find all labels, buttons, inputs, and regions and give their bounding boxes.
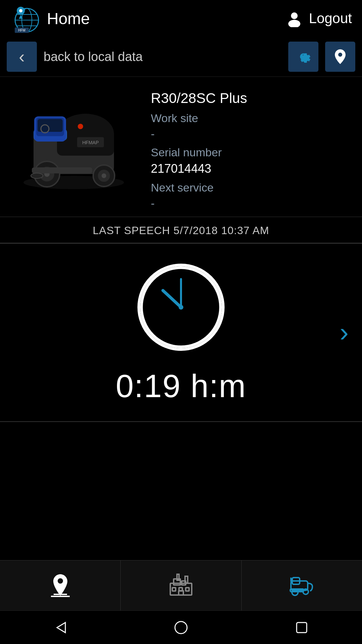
location-tab-icon xyxy=(47,572,74,600)
gear-icon xyxy=(295,48,312,65)
clock-svg xyxy=(140,266,222,348)
factory-tab-icon xyxy=(168,572,194,600)
clock-face xyxy=(137,264,225,351)
header-title: Home xyxy=(47,9,90,28)
svg-rect-47 xyxy=(179,591,183,595)
machine-tab-icon xyxy=(288,572,315,600)
work-site-label: Work site xyxy=(151,112,352,125)
next-chevron-icon: › xyxy=(340,317,349,347)
work-site-value: - xyxy=(151,127,352,141)
svg-point-55 xyxy=(175,622,187,634)
app-header: HFM Home Logout xyxy=(0,0,362,37)
clock-section: 0:19 h:m › xyxy=(0,244,362,422)
tab-location[interactable] xyxy=(0,560,121,610)
user-icon xyxy=(286,10,303,27)
serial-number-value: 217014443 xyxy=(151,162,352,176)
back-button[interactable]: ‹ xyxy=(7,42,37,72)
last-speech-bar: LAST SPEECH 5/7/2018 10:37 AM xyxy=(0,217,362,244)
android-back-button[interactable] xyxy=(49,616,72,639)
navigation-bar: ‹ back to local data xyxy=(0,37,362,77)
svg-text:HFM: HFM xyxy=(18,29,25,32)
last-speech-text: LAST SPEECH 5/7/2018 10:37 AM xyxy=(93,224,269,236)
back-label: back to local data xyxy=(44,50,282,64)
machine-section: HFMAP R30/28SC Plus Work site - Serial n… xyxy=(0,77,362,217)
clock-time-display: 0:19 h:m xyxy=(116,368,246,405)
back-arrow-icon: ‹ xyxy=(19,48,24,65)
next-service-value: - xyxy=(151,197,352,210)
settings-button[interactable] xyxy=(288,42,318,72)
machine-info: R30/28SC Plus Work site - Serial number … xyxy=(151,87,352,210)
header-right: Logout xyxy=(286,10,352,27)
android-nav-bar xyxy=(0,610,362,644)
location-button[interactable] xyxy=(325,42,355,72)
machine-image: HFMAP xyxy=(10,87,137,194)
svg-marker-54 xyxy=(57,623,65,633)
logo[interactable]: HFM xyxy=(10,3,40,34)
svg-point-10 xyxy=(291,12,298,19)
svg-rect-46 xyxy=(186,588,189,591)
svg-rect-56 xyxy=(297,623,307,633)
android-back-icon xyxy=(52,619,69,636)
svg-point-31 xyxy=(78,124,83,129)
svg-point-36 xyxy=(179,305,183,310)
serial-number-label: Serial number xyxy=(151,146,352,159)
android-home-icon xyxy=(173,619,189,636)
svg-point-30 xyxy=(31,173,43,178)
svg-text:HFMAP: HFMAP xyxy=(82,140,99,145)
svg-point-28 xyxy=(102,173,106,178)
android-recents-icon xyxy=(293,619,310,636)
next-service-label: Next service xyxy=(151,181,352,194)
machine-model: R30/28SC Plus xyxy=(151,90,352,106)
svg-point-6 xyxy=(19,9,22,12)
tab-machine[interactable] xyxy=(242,560,362,610)
svg-rect-29 xyxy=(32,167,92,173)
bottom-tab-bar xyxy=(0,560,362,610)
svg-point-11 xyxy=(288,20,300,27)
logout-button[interactable]: Logout xyxy=(309,10,352,26)
header-left: HFM Home xyxy=(10,3,90,34)
next-button[interactable]: › xyxy=(340,319,349,346)
android-home-button[interactable] xyxy=(169,616,193,639)
android-recents-button[interactable] xyxy=(290,616,313,639)
location-pin-icon xyxy=(331,48,349,65)
tab-factory[interactable] xyxy=(121,560,241,610)
svg-rect-44 xyxy=(172,588,176,591)
